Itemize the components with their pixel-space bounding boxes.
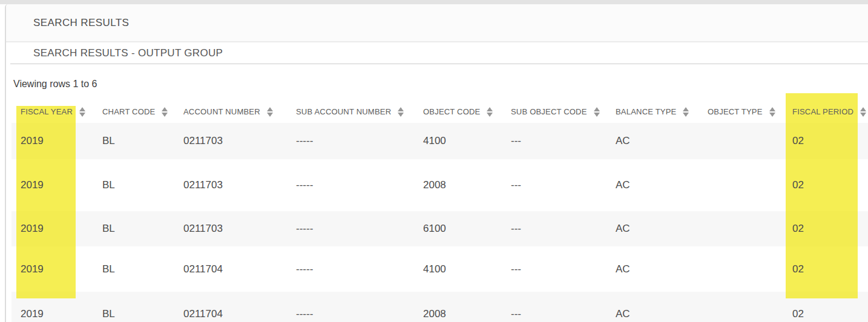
cell-value: -----	[296, 223, 313, 235]
sort-arrows-icon[interactable]	[79, 107, 85, 117]
cell-value: 2019	[21, 223, 44, 235]
column-header-object-type[interactable]: OBJECT TYPE	[699, 100, 783, 123]
cell-balance-type: AC	[607, 123, 699, 159]
cell-fiscal-year: 2019	[12, 292, 93, 322]
cell-value: 2019	[21, 308, 44, 320]
cell-account-number: 0211704	[174, 246, 287, 292]
cell-fiscal-period: 02	[783, 211, 868, 246]
cell-balance-type: AC	[607, 159, 699, 211]
cell-chart-code: BL	[93, 123, 174, 159]
cell-sub-account-number: -----	[287, 123, 414, 159]
column-header-sub-object-code[interactable]: SUB OBJECT CODE	[502, 100, 607, 123]
cell-value: 02	[792, 223, 804, 235]
sort-arrows-icon[interactable]	[487, 107, 493, 117]
column-header-label: SUB ACCOUNT NUMBER	[296, 107, 391, 116]
cell-balance-type: AC	[607, 246, 699, 292]
table-row: 2019BL0211703-----4100---AC02	[12, 123, 868, 159]
cell-object-type	[699, 246, 783, 292]
column-header-label: SUB OBJECT CODE	[511, 107, 587, 116]
results-table: FISCAL YEARCHART CODEACCOUNT NUMBERSUB A…	[12, 100, 868, 322]
column-header-fiscal-period[interactable]: FISCAL PERIOD	[783, 100, 868, 123]
cell-value: 4100	[423, 135, 446, 147]
section-divider	[10, 64, 868, 64]
cell-value: AC	[616, 179, 630, 191]
cell-value: BL	[102, 223, 115, 235]
cell-value: 2008	[423, 179, 446, 191]
cell-object-type	[699, 123, 783, 159]
cell-value: ---	[511, 308, 521, 320]
output-group-header: SEARCH RESULTS - OUTPUT GROUP	[6, 42, 868, 64]
cell-fiscal-year: 2019	[12, 159, 93, 211]
column-header-fiscal-year[interactable]: FISCAL YEAR	[12, 100, 93, 123]
top-divider-bar	[0, 0, 868, 4]
cell-sub-object-code: ---	[502, 123, 607, 159]
cell-value: 0211704	[183, 308, 223, 320]
cell-value: ---	[511, 223, 521, 235]
cell-sub-object-code: ---	[502, 159, 607, 211]
output-group-title: SEARCH RESULTS - OUTPUT GROUP	[33, 47, 223, 59]
cell-object-type	[699, 159, 783, 211]
cell-sub-object-code: ---	[502, 292, 607, 322]
cell-fiscal-year: 2019	[12, 246, 93, 292]
cell-object-type	[699, 292, 783, 322]
table-header-row: FISCAL YEARCHART CODEACCOUNT NUMBERSUB A…	[12, 100, 868, 123]
cell-value: -----	[296, 308, 313, 320]
cell-object-code: 2008	[414, 292, 502, 322]
sort-arrows-icon[interactable]	[860, 107, 866, 117]
cell-value: 02	[792, 263, 804, 275]
cell-object-type	[699, 211, 783, 246]
cell-account-number: 0211703	[174, 123, 287, 159]
sort-arrows-icon[interactable]	[267, 107, 273, 117]
sort-arrows-icon[interactable]	[398, 107, 404, 117]
column-header-label: FISCAL PERIOD	[792, 107, 853, 116]
cell-value: 02	[792, 308, 804, 320]
cell-sub-account-number: -----	[287, 211, 414, 246]
sort-arrows-icon[interactable]	[769, 107, 775, 117]
sort-arrows-icon[interactable]	[162, 107, 168, 117]
column-header-chart-code[interactable]: CHART CODE	[93, 100, 174, 123]
cell-chart-code: BL	[93, 292, 174, 322]
cell-account-number: 0211703	[174, 159, 287, 211]
cell-value: -----	[296, 179, 313, 191]
cell-fiscal-period: 02	[783, 292, 868, 322]
cell-value: AC	[616, 223, 630, 235]
cell-object-code: 4100	[414, 123, 502, 159]
viewing-rows-status: Viewing rows 1 to 6	[13, 79, 868, 90]
cell-sub-object-code: ---	[502, 246, 607, 292]
page-title: SEARCH RESULTS	[33, 17, 129, 29]
column-header-account-number[interactable]: ACCOUNT NUMBER	[174, 100, 287, 123]
cell-value: 02	[792, 179, 804, 191]
cell-value: AC	[616, 308, 630, 320]
column-header-balance-type[interactable]: BALANCE TYPE	[607, 100, 699, 123]
cell-fiscal-year: 2019	[12, 123, 93, 159]
column-header-object-code[interactable]: OBJECT CODE	[414, 100, 502, 123]
column-header-label: OBJECT CODE	[423, 107, 480, 116]
cell-sub-account-number: -----	[287, 292, 414, 322]
cell-value: BL	[102, 308, 115, 320]
cell-value: 2019	[21, 135, 44, 147]
cell-chart-code: BL	[93, 211, 174, 246]
column-header-label: ACCOUNT NUMBER	[183, 107, 260, 116]
cell-chart-code: BL	[93, 159, 174, 211]
table-row: 2019BL0211704-----4100---AC02	[12, 246, 868, 292]
cell-sub-account-number: -----	[287, 159, 414, 211]
cell-balance-type: AC	[607, 292, 699, 322]
sort-arrows-icon[interactable]	[683, 107, 689, 117]
cell-value: BL	[102, 179, 115, 191]
cell-value: BL	[102, 135, 115, 147]
cell-object-code: 4100	[414, 246, 502, 292]
column-header-sub-account-number[interactable]: SUB ACCOUNT NUMBER	[287, 100, 414, 123]
cell-value: 6100	[423, 223, 446, 235]
cell-account-number: 0211703	[174, 211, 287, 246]
cell-value: 02	[792, 135, 804, 147]
cell-value: BL	[102, 263, 115, 275]
cell-sub-account-number: -----	[287, 246, 414, 292]
cell-value: ---	[511, 135, 521, 147]
column-header-label: BALANCE TYPE	[616, 107, 676, 116]
search-results-header: SEARCH RESULTS	[6, 4, 868, 42]
cell-value: ---	[511, 263, 521, 275]
cell-fiscal-period: 02	[783, 159, 868, 211]
cell-balance-type: AC	[607, 211, 699, 246]
sort-arrows-icon[interactable]	[594, 107, 600, 117]
cell-value: 0211703	[183, 135, 223, 147]
